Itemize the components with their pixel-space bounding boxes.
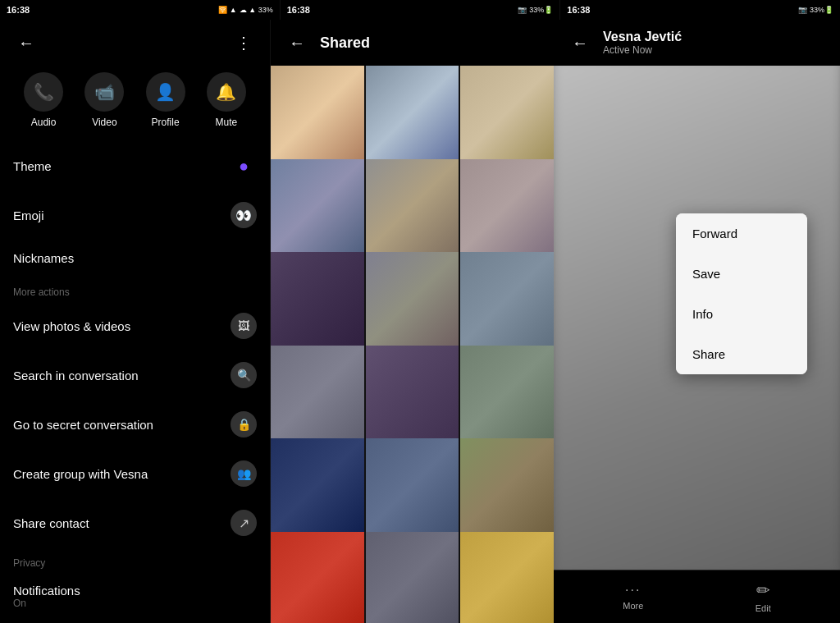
video-label: Video: [92, 117, 116, 128]
theme-menu-item[interactable]: Theme ●: [0, 141, 270, 190]
shared-title: Shared: [320, 34, 370, 52]
notifications-item[interactable]: Notifications On: [0, 572, 270, 621]
back-arrow-icon: ←: [18, 34, 34, 53]
chat-bottom-bar: ··· More ✏ Edit: [554, 570, 840, 623]
status-time-right: 16:38: [567, 5, 590, 15]
photo-cell-8[interactable]: [366, 252, 459, 346]
emoji-label: Emoji: [13, 208, 44, 222]
theme-label: Theme: [13, 159, 52, 173]
right-header-info: Vesna Jevtić Active Now: [603, 30, 682, 56]
search-icon: 🔍: [231, 362, 257, 388]
create-group-item[interactable]: Create group with Vesna 👥: [0, 449, 270, 498]
status-section-middle: 16:38 📷 33%🔋: [281, 0, 561, 20]
action-icons-row: 📞 Audio 📹 Video 👤 Profile 🔔 M: [0, 66, 270, 141]
more-icon: ···: [625, 583, 641, 598]
status-icons-middle: 📷 33%🔋: [518, 6, 553, 14]
photo-grid: [271, 66, 554, 623]
photo-cell-3[interactable]: [460, 66, 554, 159]
battery-left: ☁ ▲ 33%: [240, 6, 273, 14]
audio-icon-circle: 📞: [24, 72, 63, 112]
photo-cell-15[interactable]: [460, 438, 554, 532]
contact-status: Active Now: [603, 44, 682, 56]
lock-icon: 🔒: [231, 411, 257, 437]
save-menu-item[interactable]: Save: [676, 254, 807, 294]
photo-cell-9[interactable]: [460, 252, 554, 346]
shared-back-icon: ←: [289, 34, 305, 53]
status-bar: 16:38 🛜 ▲ ☁ ▲ 33% 16:38 📷 33%🔋 16:38 📷 3…: [0, 0, 840, 20]
audio-label: Audio: [31, 117, 57, 128]
edit-button[interactable]: ✏ Edit: [756, 580, 771, 613]
share-menu-item[interactable]: Share: [676, 334, 807, 374]
photo-cell-2[interactable]: [366, 66, 459, 159]
signal-icon: ▲: [230, 6, 237, 14]
photo-cell-12[interactable]: [460, 346, 554, 439]
profile-label: Profile: [152, 117, 180, 128]
secret-conversation-item[interactable]: Go to secret conversation 🔒: [0, 400, 270, 449]
back-button[interactable]: ←: [13, 30, 39, 56]
view-photos-item[interactable]: View photos & videos 🖼: [0, 301, 270, 350]
photo-cell-14[interactable]: [366, 438, 459, 532]
chat-back-button[interactable]: ←: [567, 30, 593, 56]
audio-button[interactable]: 📞 Audio: [24, 72, 63, 128]
status-section-right: 16:38 📷 33%🔋: [560, 0, 840, 20]
profile-icon-circle: 👤: [146, 72, 185, 112]
photo-cell-13[interactable]: [271, 438, 364, 532]
mute-button[interactable]: 🔔 Mute: [207, 72, 246, 128]
photo-cell-6[interactable]: [460, 159, 554, 253]
camera-icon-right: 📷: [798, 6, 807, 14]
photo-cell-5[interactable]: [366, 159, 459, 253]
photo-cell-1[interactable]: [271, 66, 364, 159]
photo-cell-4[interactable]: [271, 159, 364, 253]
nicknames-label: Nicknames: [13, 251, 74, 265]
share-contact-item[interactable]: Share contact ↗: [0, 498, 270, 547]
wifi-icon: 🛜: [218, 6, 227, 14]
mute-label: Mute: [216, 117, 238, 128]
battery-mid: 33%🔋: [529, 6, 553, 14]
theme-icon: ●: [231, 153, 257, 179]
more-options-button[interactable]: ⋮: [231, 30, 257, 56]
photo-cell-11[interactable]: [366, 346, 459, 439]
video-button[interactable]: 📹 Video: [84, 72, 124, 128]
photo-cell-7[interactable]: [271, 252, 364, 346]
mute-icon-circle: 🔔: [207, 72, 246, 112]
profile-button[interactable]: 👤 Profile: [146, 72, 185, 128]
status-time-middle: 16:38: [287, 5, 310, 15]
share-icon: ↗: [231, 510, 257, 536]
photo-cell-17[interactable]: [366, 532, 459, 624]
middle-panel: ← Shared: [271, 20, 554, 623]
three-dots-icon: ⋮: [235, 33, 253, 53]
search-conversation-item[interactable]: Search in conversation 🔍: [0, 350, 270, 400]
notifications-label: Notifications: [13, 584, 80, 598]
context-dropdown-menu: Forward Save Info Share: [676, 213, 807, 374]
more-label: More: [623, 601, 643, 611]
right-panel: ← Vesna Jevtić Active Now Forward Save I…: [554, 20, 840, 623]
main-layout: ← ⋮ 📞 Audio 📹 Video 👤: [0, 20, 840, 623]
search-conversation-label: Search in conversation: [13, 369, 139, 383]
view-photos-icon: 🖼: [231, 313, 257, 339]
emoji-menu-item[interactable]: Emoji 👀: [0, 190, 270, 240]
chat-back-icon: ←: [572, 34, 588, 53]
nicknames-menu-item[interactable]: Nicknames: [0, 240, 270, 277]
edit-label: Edit: [756, 603, 771, 613]
photo-cell-18[interactable]: [460, 532, 554, 624]
photo-cell-10[interactable]: [271, 346, 364, 439]
status-icons-right: 📷 33%🔋: [798, 6, 833, 14]
contact-name: Vesna Jevtić: [603, 30, 682, 44]
phone-icon: 📞: [34, 82, 54, 102]
forward-menu-item[interactable]: Forward: [676, 213, 807, 254]
emoji-icon: 👀: [231, 202, 257, 228]
mute-icon: 🔔: [216, 82, 236, 102]
notifications-sublabel: On: [13, 598, 80, 609]
info-menu-item[interactable]: Info: [676, 294, 807, 334]
more-actions-section-label: More actions: [0, 277, 270, 301]
create-group-label: Create group with Vesna: [13, 467, 148, 481]
shared-back-button[interactable]: ←: [284, 30, 310, 56]
photo-cell-16[interactable]: [271, 532, 364, 624]
left-header: ← ⋮: [0, 20, 270, 66]
left-panel: ← ⋮ 📞 Audio 📹 Video 👤: [0, 20, 271, 623]
right-header: ← Vesna Jevtić Active Now: [554, 20, 840, 66]
profile-icon: 👤: [155, 82, 176, 102]
more-button[interactable]: ··· More: [623, 583, 643, 611]
group-icon: 👥: [231, 460, 257, 487]
status-icons-left: 🛜 ▲ ☁ ▲ 33%: [218, 6, 273, 14]
